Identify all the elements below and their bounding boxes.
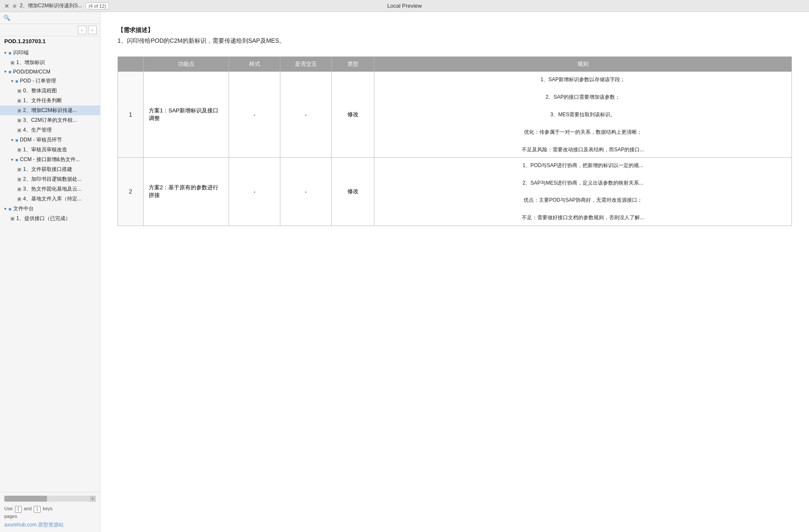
- scroll-right-arrow[interactable]: ›: [90, 496, 96, 502]
- page-icon: ▣: [17, 176, 21, 182]
- row1-style: -: [229, 72, 280, 158]
- use-keys-hint: Use [ and ] keys pages: [4, 505, 96, 520]
- sidebar-page-c2m-active[interactable]: ▣ 2、增加C2M标识传递...: [0, 106, 100, 115]
- close-icon[interactable]: ✕: [4, 3, 9, 9]
- col-header-interact: 是否交互: [280, 57, 332, 72]
- sidebar-section-file-center[interactable]: ▼ ■ 文件中台: [0, 204, 100, 214]
- sidebar-item-label: 4、生产管理: [23, 126, 52, 134]
- sidebar-search[interactable]: 🔍: [0, 12, 100, 24]
- folder-icon: ■: [9, 206, 12, 212]
- sidebar-section-pod-ddm-ccm[interactable]: ▼ ■ POD/DDM/CCM: [0, 68, 100, 76]
- page-icon: ▣: [10, 60, 15, 65]
- search-input[interactable]: [13, 15, 97, 21]
- row1-type: 修改: [332, 72, 374, 158]
- sidebar-item-label: 2、加印书目逻辑数据处...: [23, 176, 82, 183]
- sidebar-page-file-api[interactable]: ▣ 1、提供接口（已完成）: [0, 214, 100, 223]
- content-area: 【需求描述】 1、闪印传给POD的C2M的新标识，需要传递给到SAP及MES。 …: [100, 12, 809, 532]
- sidebar-page-production[interactable]: ▣ 4、生产管理: [0, 125, 100, 135]
- row1-func: 方案1：SAP新增标识及接口调整: [144, 72, 229, 158]
- nav-prev-button[interactable]: ‹: [78, 26, 86, 34]
- preview-label: Local Preview: [387, 3, 422, 9]
- sidebar-scroll-thumb: [4, 496, 47, 502]
- page-icon: ▣: [17, 98, 21, 103]
- col-header-func: 功能点: [144, 57, 229, 72]
- row1-num: 1: [118, 72, 144, 158]
- sidebar-item-label: 3、C2M订单的文件校...: [23, 117, 77, 124]
- sidebar-section-flash[interactable]: ▼ ■ 闪印端: [0, 48, 100, 58]
- col-header-style: 样式: [229, 57, 280, 72]
- row1-interact: -: [280, 72, 332, 158]
- chevron-down-icon: ▼: [3, 207, 7, 211]
- hint-and: and: [24, 506, 32, 511]
- sidebar-item-label: 文件中台: [13, 205, 34, 212]
- page-icon: ▣: [17, 108, 21, 113]
- nav-next-button[interactable]: ›: [88, 26, 97, 34]
- folder-icon: ■: [15, 79, 18, 84]
- sidebar-page-reviewer[interactable]: ▣ 1、审核员审核改造: [0, 145, 100, 155]
- sidebar-section-pod[interactable]: ▼ ■ POD - 订单管理: [0, 76, 100, 86]
- page-icon: ▣: [17, 186, 21, 192]
- sidebar-page-ccm-hot[interactable]: ▣ 3、热文件固化基地及云...: [0, 184, 100, 194]
- description-text: 1、闪印传给POD的C2M的新标识，需要传递给到SAP及MES。: [118, 37, 285, 44]
- sidebar-item-label: 1、文件获取接口搭建: [23, 166, 72, 173]
- row2-func: 方案2：基于原有的参数进行拼接: [144, 157, 229, 226]
- row2-num: 2: [118, 157, 144, 226]
- row1-rules: 1、SAP新增标识参数以存储该字段； 2、SAP的接口需要增加该参数； 3、ME…: [374, 72, 792, 158]
- sidebar-item-label: POD/DDM/CCM: [13, 69, 50, 75]
- sidebar-scrollbar[interactable]: ›: [4, 496, 96, 502]
- sidebar-item-label: 1、提供接口（已完成）: [16, 215, 71, 222]
- row2-type: 修改: [332, 157, 374, 226]
- sidebar-item-label: 4、基地文件入库（待定...: [23, 195, 82, 203]
- page-description: 【需求描述】 1、闪印传给POD的C2M的新标识，需要传递给到SAP及MES。: [118, 25, 792, 46]
- key-next-icon: ]: [34, 506, 41, 513]
- sidebar-page-c2m-order[interactable]: ▣ 3、C2M订单的文件校...: [0, 115, 100, 125]
- sidebar-section-ddm[interactable]: ▼ ■ DDM - 审核员环节: [0, 135, 100, 145]
- chevron-down-icon: ▼: [10, 138, 14, 142]
- page-icon: ▣: [17, 127, 21, 133]
- sidebar-page-add-label[interactable]: ▣ 1、增加标识: [0, 58, 100, 68]
- page-count: (4 of 12): [85, 3, 109, 9]
- sidebar-nav-arrows: ‹ ›: [0, 24, 100, 36]
- sidebar-page-ccm-api[interactable]: ▣ 1、文件获取接口搭建: [0, 165, 100, 174]
- row2-rules: 1、POD与SAP进行协商，把新增的标识以一定的规... 2、SAP与MES进行…: [374, 157, 792, 226]
- page-icon: ▣: [17, 196, 21, 202]
- col-header-num: [118, 57, 144, 72]
- sidebar-item-label: DDM - 审核员环节: [20, 136, 62, 144]
- top-bar: ✕ ≡ 2、增加C2M标识传递到S... (4 of 12) Local Pre…: [0, 0, 809, 12]
- chevron-down-icon: ▼: [3, 51, 7, 55]
- chevron-down-icon: ▼: [10, 158, 14, 162]
- top-bar-left: ✕ ≡ 2、增加C2M标识传递到S... (4 of 12): [4, 2, 109, 9]
- table-row: 2 方案2：基于原有的参数进行拼接 - - 修改 1、POD与SAP进行协商，把…: [118, 157, 792, 226]
- col-header-rules: 规则: [374, 57, 792, 72]
- sidebar-page-ccm-base[interactable]: ▣ 4、基地文件入库（待定...: [0, 194, 100, 204]
- page-icon: ▣: [17, 147, 21, 153]
- sidebar-page-task[interactable]: ▣ 1、文件任务判断: [0, 96, 100, 106]
- hint-use: Use: [4, 506, 13, 511]
- folder-icon: ■: [9, 50, 12, 56]
- sidebar-footer: › Use [ and ] keys pages axurehub.com 原型…: [0, 492, 100, 532]
- sidebar-item-label: 2、增加C2M标识传递...: [23, 107, 77, 114]
- hint-pages: pages: [4, 514, 17, 519]
- key-prev-icon: [: [15, 506, 22, 513]
- description-bold: 【需求描述】: [118, 26, 153, 33]
- sidebar-page-ccm-logic[interactable]: ▣ 2、加印书目逻辑数据处...: [0, 174, 100, 184]
- folder-icon: ■: [15, 138, 18, 143]
- sidebar-item-label: CCM - 接口新增&热文件...: [20, 156, 80, 163]
- tree-root-label: POD.1.210703.1: [0, 36, 100, 46]
- table-row: 1 方案1：SAP新增标识及接口调整 - - 修改 1、SAP新增标识参数以存储…: [118, 72, 792, 158]
- sidebar-item-label: 1、增加标识: [16, 59, 45, 66]
- main-layout: 🔍 ‹ › POD.1.210703.1 ▼ ■ 闪印端 ▣ 1、增加标识: [0, 12, 809, 532]
- sidebar-item-label: 1、审核员审核改造: [23, 146, 67, 153]
- sidebar: 🔍 ‹ › POD.1.210703.1 ▼ ■ 闪印端 ▣ 1、增加标识: [0, 12, 100, 532]
- page-icon: ▣: [17, 167, 21, 172]
- sidebar-item-label: 闪印端: [13, 49, 29, 56]
- hint-keys: keys: [43, 506, 53, 511]
- sidebar-page-flow[interactable]: ▣ 0、整体流程图: [0, 86, 100, 96]
- menu-icon[interactable]: ≡: [13, 3, 16, 9]
- page-icon: ▣: [17, 118, 21, 123]
- sidebar-section-ccm[interactable]: ▼ ■ CCM - 接口新增&热文件...: [0, 155, 100, 165]
- row2-interact: -: [280, 157, 332, 226]
- page-icon: ▣: [17, 88, 21, 94]
- tab-title: 2、增加C2M标识传递到S...: [20, 2, 82, 9]
- row2-style: -: [229, 157, 280, 226]
